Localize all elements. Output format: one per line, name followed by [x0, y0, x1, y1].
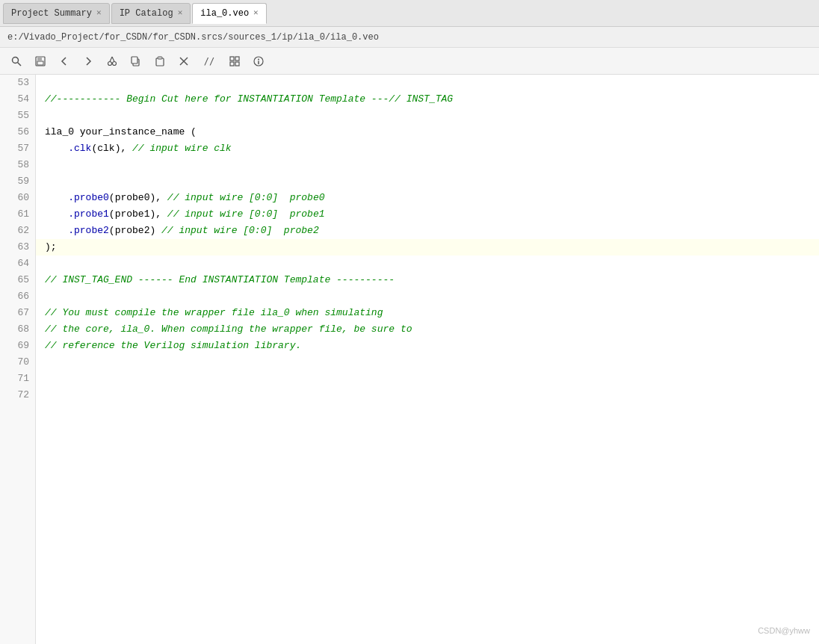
line-number: 68	[6, 321, 29, 338]
tab-project-summary[interactable]: Project Summary ✕	[3, 3, 110, 24]
svg-line-7	[110, 57, 112, 62]
code-line	[36, 75, 819, 91]
tab-bar: Project Summary ✕ IP Catalog ✕ ila_0.veo…	[0, 0, 819, 27]
hint-icon	[253, 56, 264, 66]
line-number: 66	[6, 288, 29, 305]
delete-icon	[179, 56, 189, 66]
svg-point-6	[113, 61, 117, 65]
forward-icon	[83, 56, 93, 66]
paste-icon	[155, 56, 165, 66]
code-line	[36, 387, 819, 403]
hint-button[interactable]	[248, 52, 269, 71]
line-number: 72	[6, 387, 29, 403]
line-number: 63	[6, 239, 29, 256]
line-number: 56	[6, 124, 29, 140]
tab-label: Project Summary	[11, 8, 92, 19]
comment-button[interactable]: //	[197, 52, 221, 71]
cut-button[interactable]	[102, 52, 123, 71]
code-line: .probe1(probe1), // input wire [0:0] pro…	[36, 206, 819, 223]
code-line	[36, 288, 819, 305]
svg-rect-10	[132, 57, 137, 64]
code-line: // You must compile the wrapper file ila…	[36, 305, 819, 321]
save-icon	[35, 56, 46, 66]
line-number: 60	[6, 190, 29, 206]
code-line: .probe0(probe0), // input wire [0:0] pro…	[36, 190, 819, 206]
forward-button[interactable]	[78, 52, 99, 71]
line-number: 59	[6, 173, 29, 190]
tab-close-ila-veo[interactable]: ✕	[253, 9, 259, 17]
tab-ila-veo[interactable]: ila_0.veo ✕	[192, 3, 266, 24]
tab-close-ip-catalog[interactable]: ✕	[178, 9, 183, 17]
back-button[interactable]	[54, 52, 75, 71]
block-view-button[interactable]	[224, 52, 245, 71]
svg-point-0	[13, 57, 19, 63]
code-line	[36, 256, 819, 272]
line-number: 53	[6, 75, 29, 91]
code-line: // reference the Verilog simulation libr…	[36, 338, 819, 354]
code-content[interactable]: //----------- Begin Cut here for INSTANT…	[36, 75, 819, 644]
back-icon	[59, 56, 69, 66]
svg-rect-18	[235, 62, 239, 66]
code-line	[36, 157, 819, 173]
svg-line-1	[18, 62, 22, 66]
copy-icon	[131, 56, 141, 66]
file-path-text: e:/Vivado_Project/for_CSDN/for_CSDN.srcs…	[7, 32, 379, 43]
line-number: 69	[6, 338, 29, 354]
code-line: .clk(clk), // input wire clk	[36, 140, 819, 157]
editor-container: 5354555657585960616263646566676869707172…	[0, 75, 819, 644]
code-line: //----------- Begin Cut here for INSTANT…	[36, 91, 819, 108]
search-icon	[11, 56, 22, 66]
code-line	[36, 371, 819, 387]
line-number: 58	[6, 157, 29, 173]
file-path-bar: e:/Vivado_Project/for_CSDN/for_CSDN.srcs…	[0, 27, 819, 48]
code-line: ila_0 your_instance_name (	[36, 124, 819, 140]
svg-rect-16	[235, 57, 239, 61]
line-number: 65	[6, 272, 29, 288]
code-line: );	[36, 239, 819, 256]
line-number: 62	[6, 223, 29, 239]
delete-button[interactable]	[173, 52, 194, 71]
code-line	[36, 108, 819, 124]
save-button[interactable]	[30, 52, 51, 71]
svg-line-8	[112, 57, 114, 62]
comment-label: //	[204, 56, 214, 66]
code-line	[36, 173, 819, 190]
code-line: .probe2(probe2) // input wire [0:0] prob…	[36, 223, 819, 239]
svg-rect-15	[230, 57, 234, 61]
code-line: // the core, ila_0. When compiling the w…	[36, 321, 819, 338]
code-line	[36, 354, 819, 371]
svg-rect-3	[37, 57, 42, 61]
line-number: 64	[6, 256, 29, 272]
svg-rect-4	[37, 61, 43, 65]
line-number: 71	[6, 371, 29, 387]
line-numbers: 5354555657585960616263646566676869707172	[0, 75, 36, 644]
line-number: 67	[6, 305, 29, 321]
watermark: CSDN@yhww	[758, 626, 810, 635]
search-button[interactable]	[6, 52, 27, 71]
svg-point-5	[108, 61, 112, 65]
copy-button[interactable]	[126, 52, 146, 71]
line-number: 70	[6, 354, 29, 371]
line-number: 57	[6, 140, 29, 157]
line-number: 61	[6, 206, 29, 223]
line-number: 54	[6, 91, 29, 108]
tab-ip-catalog[interactable]: IP Catalog ✕	[111, 3, 191, 24]
svg-rect-12	[158, 57, 162, 59]
tab-close-project-summary[interactable]: ✕	[96, 9, 102, 17]
line-number: 55	[6, 108, 29, 124]
cut-icon	[107, 56, 117, 66]
svg-point-20	[258, 58, 259, 60]
toolbar: //	[0, 48, 819, 75]
svg-rect-17	[230, 62, 234, 66]
tab-label: ila_0.veo	[200, 8, 249, 19]
code-line: // INST_TAG_END ------ End INSTANTIATION…	[36, 272, 819, 288]
paste-button[interactable]	[149, 52, 170, 71]
block-view-icon	[229, 56, 240, 66]
tab-label: IP Catalog	[120, 8, 173, 19]
